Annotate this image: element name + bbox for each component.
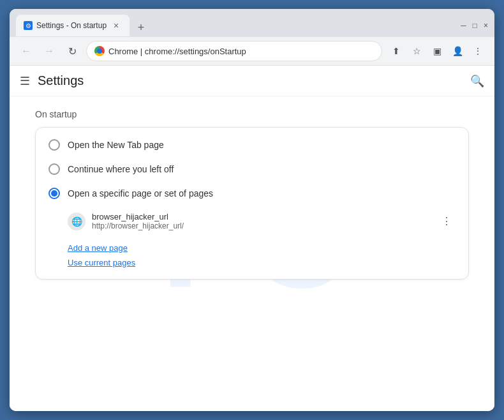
- toolbar: ← → ↻ Chrome | chrome://settings/onStart…: [10, 37, 494, 66]
- forward-button[interactable]: →: [40, 42, 58, 60]
- window-controls: ─ □ ×: [461, 21, 488, 30]
- profile-button[interactable]: 👤: [448, 42, 466, 60]
- toolbar-actions: ⬆ ☆ ▣ 👤 ⋮: [387, 42, 487, 60]
- url-entry: 🌐 browser_hijacker_url http://browser_hi…: [36, 206, 468, 237]
- sidebar-button[interactable]: ▣: [428, 42, 446, 60]
- tab-bar: ⚙ Settings - On startup × +: [16, 15, 456, 36]
- option-continue[interactable]: Continue where you left off: [36, 157, 468, 181]
- share-button[interactable]: ⬆: [387, 42, 405, 60]
- new-tab-button[interactable]: +: [132, 19, 150, 36]
- tab-title: Settings - On startup: [36, 21, 107, 30]
- option-specific-pages[interactable]: Open a specific page or set of pages: [36, 181, 468, 206]
- radio-specific-pages[interactable]: [48, 188, 60, 199]
- radio-dot: [51, 190, 57, 197]
- radio-continue[interactable]: [48, 163, 60, 175]
- option-specific-pages-label: Open a specific page or set of pages: [68, 188, 213, 199]
- settings-page-title: Settings: [38, 73, 84, 88]
- use-current-pages-button[interactable]: Use current pages: [68, 258, 456, 267]
- settings-search-button[interactable]: 🔍: [470, 74, 484, 88]
- title-bar: ⚙ Settings - On startup × + ─ □ ×: [10, 9, 494, 37]
- page-content: PC ☰ Settings 🔍 On startup Open the New …: [10, 66, 494, 411]
- tab-close-button[interactable]: ×: [110, 20, 122, 31]
- chrome-label: Chrome | chrome://settings/onStartup: [108, 47, 374, 56]
- back-button[interactable]: ←: [17, 42, 35, 60]
- option-new-tab-label: Open the New Tab page: [68, 140, 164, 150]
- maximize-button[interactable]: □: [473, 21, 477, 30]
- add-new-page-button[interactable]: Add a new page: [68, 243, 456, 253]
- gear-icon: ⚙: [26, 22, 31, 29]
- site-name: browser_hijacker_url: [92, 212, 431, 221]
- link-actions: Add a new page Use current pages: [36, 237, 468, 274]
- tab-favicon: ⚙: [24, 21, 33, 30]
- radio-new-tab[interactable]: [48, 139, 60, 151]
- address-bar[interactable]: Chrome | chrome://settings/onStartup: [86, 41, 382, 61]
- active-tab[interactable]: ⚙ Settings - On startup ×: [16, 15, 130, 36]
- site-url: http://browser_hijacker_url/: [92, 221, 431, 230]
- globe-icon: 🌐: [68, 213, 85, 230]
- startup-options-card: Open the New Tab page Continue where you…: [35, 127, 469, 280]
- browser-window: ⚙ Settings - On startup × + ─ □ × ← → ↻ …: [10, 9, 494, 411]
- close-window-button[interactable]: ×: [484, 21, 488, 30]
- on-startup-section-title: On startup: [35, 109, 469, 119]
- settings-body: On startup Open the New Tab page Continu…: [10, 96, 494, 292]
- url-info: browser_hijacker_url http://browser_hija…: [92, 212, 431, 230]
- settings-header: ☰ Settings 🔍: [10, 66, 494, 96]
- minimize-button[interactable]: ─: [461, 21, 466, 30]
- chrome-logo-icon: [94, 46, 105, 56]
- bookmark-button[interactable]: ☆: [408, 42, 426, 60]
- hamburger-menu-icon[interactable]: ☰: [20, 74, 30, 88]
- option-new-tab[interactable]: Open the New Tab page: [36, 133, 468, 157]
- url-menu-button[interactable]: ⋮: [438, 213, 456, 230]
- reload-button[interactable]: ↻: [63, 42, 81, 60]
- menu-button[interactable]: ⋮: [469, 42, 487, 60]
- option-continue-label: Continue where you left off: [68, 164, 174, 174]
